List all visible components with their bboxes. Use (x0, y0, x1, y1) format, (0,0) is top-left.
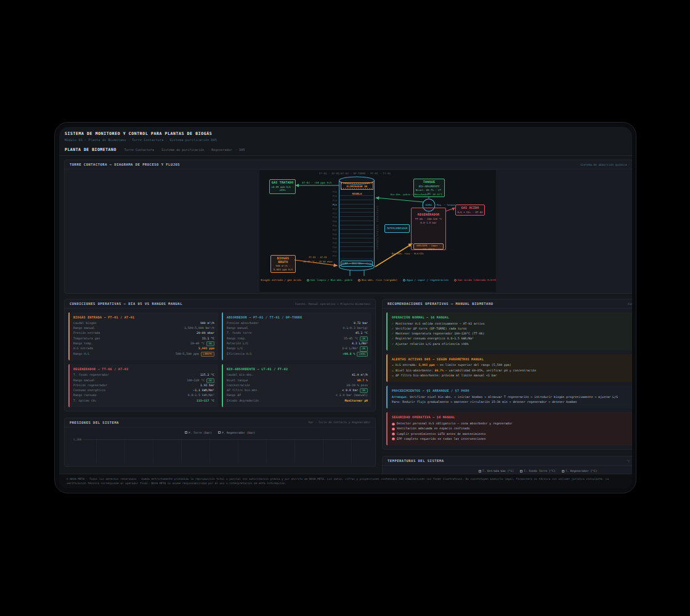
chart-legend-item[interactable]: P. Regenerador (bar) (218, 431, 255, 434)
gas-acido-node[interactable]: GAS ÁCIDO H₂S + CO₂ · AT-03 (455, 205, 485, 216)
biogas-bruto-node[interactable]: BIOGÁS BRUTO 940 m³/h · 5,003 ppm H₂S (270, 255, 296, 273)
metric-value: 4.3 L/Nm³ (352, 341, 368, 346)
metric-rows: Caudal bio-abs.41.0 m³/hNivel tanque69.7… (227, 373, 368, 403)
legend-label: Agua / vapor / regeneración (407, 278, 448, 282)
metric-label: Rango temp. (227, 336, 246, 341)
metric-label: Estado degradación (227, 399, 259, 403)
tray-label: P14 (326, 199, 337, 203)
metric-value: 20–30 % peso (346, 383, 368, 388)
procedure-line: Arranque: Verificar nivel bio-abs. → ini… (392, 395, 632, 400)
checklist-text: Verificar ΔP torre (DP-TORRE) cada turno (396, 326, 467, 331)
metric-row: Presión absorbedor0.72 bar (227, 321, 368, 326)
metric-label: T. fondo torre (227, 331, 251, 336)
metric-value: 115.2 °C (200, 373, 214, 378)
chart-legend-item[interactable]: T. Fondo Torre (°C) (520, 469, 555, 472)
metric-row: Estado degradaciónMonitorear pH (227, 399, 368, 403)
stop-icon (392, 437, 395, 440)
status-badge: OK (360, 388, 368, 394)
metric-label: T. fondo regenerador (73, 373, 109, 378)
status-badge: OK (206, 341, 214, 347)
gas-tratado-node[interactable]: GAS TRATADO ≤0.05 ppm H₂S · >99% (269, 179, 296, 194)
check-icon: ✓ (392, 336, 394, 341)
metric-label: Presión absorbedor (227, 321, 259, 326)
tray-label: P05 (326, 237, 337, 241)
chart-legend-item[interactable]: P. Torre (bar) (185, 431, 212, 434)
procedure-steps: Reducir flujo gradualmente → mantener ci… (400, 400, 577, 403)
left-chart-row: PRESIONES DEL SISTEMA bar · Torre de Con… (64, 418, 376, 467)
app-screen: SISTEMA DE MONITOREO Y CONTROL PARA PLAN… (59, 127, 632, 488)
metric-label: Rango manual (73, 326, 95, 331)
legend-label: Gas ácido liberado H₂S+CO₂ (458, 278, 496, 282)
check-icon: ✓ (392, 322, 394, 326)
legend-square-icon (562, 470, 564, 472)
metric-label: Caudal bio-abs. (227, 373, 253, 378)
alert-text-post: — variabilidad 60–85%, verificar pH y co… (444, 369, 536, 372)
footer-disclaimer: © NOVA META · Todos los derechos reserva… (59, 474, 632, 488)
tab-group: Torre ContactoraSistema de purificaciónR… (121, 148, 245, 152)
status-badge: OK (360, 336, 368, 342)
tray-label: P10 (326, 216, 337, 220)
metric-rows: Presión absorbedor0.72 barRango manual0.… (227, 321, 368, 357)
stop-icon (392, 428, 395, 431)
alert-text-post: — en límite superior del rango (5,500 pp… (434, 363, 511, 367)
app-title: SISTEMA DE MONITOREO Y CONTROL PARA PLAN… (65, 131, 627, 136)
card-title: REGENERADOR — TT-06 / AT-03 (73, 367, 214, 371)
tray-label: P07 (326, 229, 337, 233)
card-biogas-entrada: BIOGÁS ENTRADA — FT-01 / AT-01 Caudal bi… (68, 312, 218, 360)
tray-label: P03 (326, 246, 337, 250)
tab-planta-biometano[interactable]: PLANTA DE BIOMETANO (65, 147, 116, 152)
metric-row: Rango ΔP< 1.0 bar (manual) (227, 393, 368, 398)
metric-label: Rango L/G (227, 346, 243, 351)
metric-value: 35–45 °C (344, 336, 358, 341)
chart-legend-item[interactable]: T. Regenerador (°C) (562, 469, 597, 472)
metric-row: H₂S entrada5,003 ppm (73, 346, 214, 351)
mist-eliminator-box: ELIMINADOR DE NIEBLA (341, 182, 373, 190)
diagram-legend-item: Biogás entrada / gas ácido (259, 278, 301, 282)
chart-legend-item[interactable]: T. Entrada Gas (°C) (479, 469, 514, 472)
recommendations-source-note: Fuente: Manual operativo + Proyecto Biom… (628, 302, 632, 306)
legend-label: Gas limpio / Bio-abs. pobre (310, 278, 352, 282)
axis-tick-row: 1,200 (68, 438, 370, 441)
metric-row: T. óptimo CH₄115–117 °C (73, 399, 214, 403)
tab-item[interactable]: D05 (235, 148, 245, 152)
biogas-bruto-value: 940 m³/h · 5,003 ppm H₂S (272, 264, 294, 271)
tab-item[interactable]: Regenerador (208, 148, 232, 152)
safety-text: Cumplir procedimientos LOTO antes de man… (397, 432, 485, 437)
conditions-panel: CONDICIONES OPERATIVAS — DÍA 05 VS RANGO… (64, 299, 376, 411)
metric-row: Rango manual100–120 °COK (73, 378, 214, 384)
metric-row: Concentración20–30 % peso (227, 383, 368, 388)
procedure-label: Arranque: (392, 395, 408, 399)
checklist-text: Monitorear H₂S salida continuamente — AT… (396, 322, 484, 326)
metric-row: Rango H₂S500–5,500 ppmLÍMITE (73, 352, 214, 357)
checklist-item: ✓Verificar ΔP torre (DP-TORRE) cada turn… (392, 326, 632, 331)
card-title: ABSORBEDOR — PT-01 / TT-01 / DP-TORRE (227, 315, 368, 319)
checklist-item: ✓Registrar consumo energético 0.8–1.5 kW… (392, 336, 632, 341)
tab-item[interactable]: Sistema de purificación (158, 148, 204, 152)
metric-label: Presión entrada (73, 331, 100, 336)
hervidor-box: HERVIDOR · Vapor · 115-120°C (413, 243, 444, 249)
stop-icon (392, 423, 395, 426)
conditions-source-note: Fuente: Manual operativo + Proyecto Biom… (295, 302, 370, 306)
metric-label: Rango temp. (73, 341, 93, 346)
checklist-item: ✓Mantener temperatura regenerador 100–12… (392, 331, 632, 336)
legend-dot-icon (358, 279, 360, 282)
diagram-legend-item: Gas ácido liberado H₂S+CO₂ (454, 278, 496, 282)
normal-operation-card: OPERACIÓN NORMAL — §6 MANUAL ✓Monitorear… (386, 312, 632, 351)
recommendations-title: RECOMENDACIONES OPERATIVAS — MANUAL BIOM… (388, 302, 493, 306)
metric-label: Consumo energético (73, 388, 105, 393)
normal-operation-list: ✓Monitorear H₂S salida continuamente — A… (392, 322, 632, 347)
bomba-label[interactable]: BOMBA (422, 204, 436, 208)
metric-row: Rango L/G2–6 L/Nm³OK (227, 346, 368, 352)
metric-label: Presión regenerador (73, 383, 107, 388)
safety-text: Detector personal H₂S obligatorio — zona… (397, 421, 513, 426)
metric-label: Rango manual (73, 378, 95, 383)
checklist-text: Ajustar relación L/G para eficiencia >98… (396, 342, 468, 347)
metric-value: Monitorear pH (344, 399, 368, 403)
tab-item[interactable]: Torre Contactora (124, 148, 154, 152)
metric-row: T. fondo regenerador115.2 °C (73, 373, 214, 378)
diagram-panel-header: TORRE CONTACTORA — DIAGRAMA DE PROCESO Y… (65, 160, 632, 169)
diagram-legend-item: Gas limpio / Bio-abs. pobre (307, 278, 352, 282)
metric-value: ~1.1 kWh/Nm³ (193, 388, 214, 393)
intercambiador-node[interactable]: INTERCAMBIADOR (384, 224, 410, 233)
pressures-title: PRESIONES DEL SISTEMA (70, 421, 119, 424)
